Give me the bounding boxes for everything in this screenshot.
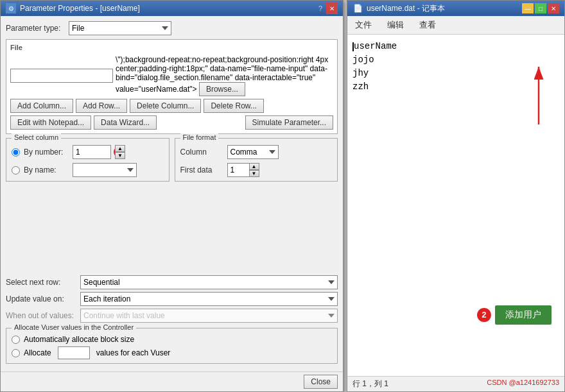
add-user-button[interactable]: 添加用户 (495, 305, 552, 325)
dialog-title: Parameter Properties - [userName] (20, 4, 140, 13)
notepad-close-button[interactable]: ✕ (548, 3, 559, 13)
first-data-wrapper: ▲ ▼ (227, 163, 259, 177)
allocate-group-title: Allocate Vuser values in the Controller (12, 323, 136, 331)
by-name-select[interactable] (73, 163, 137, 177)
notepad-window: 📄 userName.dat - 记事本 — □ ✕ 文件 编辑 查看 user… (347, 0, 565, 392)
add-row-button[interactable]: Add Row... (76, 99, 127, 113)
allocate-group: Allocate Vuser values in the Controller … (6, 328, 338, 364)
notepad-statusbar: 行 1，列 1 CSDN @a1241692733 (347, 376, 564, 391)
spin-up[interactable]: ▲ (115, 145, 125, 152)
file-format-title: File format (180, 133, 219, 141)
spin-buttons: ▲ ▼ (115, 145, 125, 159)
by-name-row: By name: (12, 163, 164, 177)
select-next-row-row: Select next row: Sequential (6, 275, 338, 289)
file-format-content: Column Comma First data ▲ ▼ (180, 145, 333, 177)
dialog-titlebar: ⚙ Parameter Properties - [userName] ? ✕ (1, 1, 343, 16)
first-data-spin-down[interactable]: ▼ (249, 170, 259, 177)
edit-notepad-button[interactable]: Edit with Notepad... (10, 115, 91, 130)
param-type-label: Parameter type: (6, 24, 64, 33)
column-row-buttons: Add Column... Add Row... Delete Column..… (10, 99, 333, 113)
select-column-content: By number: ▲ ▼ 1 By name: (12, 145, 164, 177)
dialog-icon: ⚙ (6, 3, 16, 13)
notepad-content: userName jojo jhy zzh 2 添加用户 (347, 35, 564, 376)
dialog-close-button[interactable]: Close (304, 375, 338, 389)
delete-column-button[interactable]: Delete Column... (130, 99, 201, 113)
allocate-input[interactable] (58, 346, 90, 359)
when-out-label: When out of values: (6, 311, 76, 320)
auto-allocate-radio[interactable] (12, 336, 20, 344)
file-section: File \");background-repeat:no-repeat;bac… (6, 39, 338, 134)
when-out-row: When out of values: Continue with last v… (6, 309, 338, 323)
column-format-select[interactable]: Comma (227, 145, 279, 159)
notepad-icon: 📄 (352, 3, 363, 13)
by-name-label: By name: (24, 166, 69, 175)
manual-allocate-label: Allocate (24, 348, 51, 357)
notepad-wizard-row: Edit with Notepad... Data Wizard... Simu… (10, 115, 333, 130)
add-user-container: 2 添加用户 (477, 305, 552, 325)
first-data-spin-up[interactable]: ▲ (249, 163, 259, 170)
select-column-title: Select column (12, 133, 61, 141)
red-arrow-icon (519, 54, 558, 131)
by-number-radio[interactable] (12, 148, 20, 157)
menu-view[interactable]: 查看 (417, 18, 439, 32)
column-format-row: Column Comma (180, 145, 333, 159)
browse-button[interactable]: Browse... (199, 82, 245, 96)
param-type-select[interactable]: File (69, 21, 171, 35)
file-row: \");background-repeat:no-repeat;backgrou… (10, 55, 333, 96)
file-section-label: File (10, 44, 333, 51)
select-next-row-select[interactable]: Sequential (80, 275, 338, 289)
cursor-position: 行 1，列 1 (352, 379, 388, 389)
notepad-titlebar-left: 📄 userName.dat - 记事本 (352, 3, 445, 14)
first-data-label: First data (180, 166, 222, 175)
allocate-content: Automatically allocate block size Alloca… (12, 335, 332, 359)
dialog-footer: Close (1, 371, 343, 391)
by-number-input-wrapper: ▲ ▼ 1 (73, 145, 125, 159)
notepad-window-buttons: — □ ✕ (522, 3, 559, 13)
select-next-row-label: Select next row: (6, 278, 76, 287)
file-format-panel: File format Column Comma First data (175, 138, 338, 182)
notepad-line-1: userName (352, 40, 559, 53)
preview-area (6, 185, 338, 271)
minimize-button[interactable]: — (522, 3, 534, 13)
update-value-label: Update value on: (6, 294, 76, 303)
auto-allocate-row: Automatically allocate block size (12, 335, 332, 344)
by-number-label: By number: (24, 148, 69, 157)
delete-row-button[interactable]: Delete Row... (204, 99, 263, 113)
add-column-button[interactable]: Add Column... (10, 99, 73, 113)
per-vuser-label: values for each Vuser (96, 348, 171, 357)
help-icon[interactable]: ? (318, 4, 322, 12)
notepad-titlebar: 📄 userName.dat - 记事本 — □ ✕ (347, 1, 564, 16)
by-name-radio[interactable] (12, 166, 20, 175)
select-column-panel: Select column By number: ▲ ▼ 1 (6, 138, 170, 182)
spin-down[interactable]: ▼ (115, 152, 125, 159)
update-value-select[interactable]: Each iteration (80, 292, 338, 306)
watermark: CSDN @a1241692733 (487, 379, 559, 389)
auto-allocate-label: Automatically allocate block size (24, 335, 134, 344)
titlebar-left: ⚙ Parameter Properties - [userName] (6, 3, 140, 13)
column-format-label: Column (180, 148, 222, 157)
update-value-row: Update value on: Each iteration (6, 292, 338, 306)
first-data-spin: ▲ ▼ (249, 163, 259, 177)
bottom-section: Select next row: Sequential Update value… (6, 275, 338, 366)
panels-row: Select column By number: ▲ ▼ 1 (6, 138, 338, 182)
close-icon[interactable]: ✕ (326, 3, 338, 14)
notepad-menubar: 文件 编辑 查看 (347, 16, 564, 35)
first-data-row: First data ▲ ▼ (180, 163, 333, 177)
dialog-body: Parameter type: File File \");background… (1, 16, 343, 371)
manual-allocate-radio[interactable] (12, 349, 20, 357)
param-type-row: Parameter type: File (6, 21, 338, 35)
menu-file[interactable]: 文件 (352, 18, 374, 32)
when-out-select[interactable]: Continue with last value (80, 309, 338, 323)
by-number-row: By number: ▲ ▼ 1 (12, 145, 164, 159)
menu-edit[interactable]: 编辑 (385, 18, 406, 32)
data-wizard-button[interactable]: Data Wizard... (94, 115, 157, 130)
by-number-input[interactable] (73, 145, 111, 159)
manual-allocate-row: Allocate values for each Vuser (12, 346, 332, 359)
simulate-button[interactable]: Simulate Parameter... (245, 115, 333, 130)
parameter-properties-dialog: ⚙ Parameter Properties - [userName] ? ✕ … (0, 0, 343, 392)
badge-2: 2 (477, 308, 491, 322)
notepad-title: userName.dat - 记事本 (367, 3, 445, 14)
maximize-button[interactable]: □ (535, 3, 546, 13)
